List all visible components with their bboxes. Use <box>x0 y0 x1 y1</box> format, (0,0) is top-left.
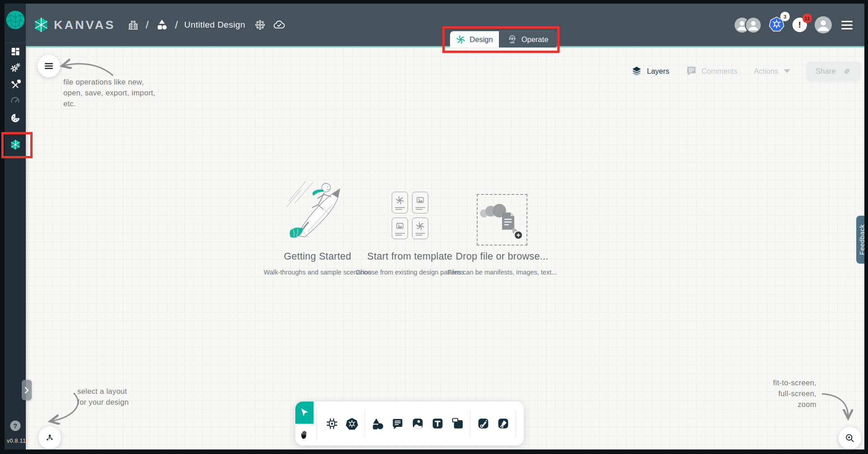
template-tile-image <box>392 218 408 239</box>
layers-icon <box>631 66 642 77</box>
breadcrumb-separator: / <box>146 19 149 31</box>
design-name[interactable]: Untitled Design <box>184 20 245 30</box>
toolbar-help-button[interactable]: ? <box>521 416 524 431</box>
user-avatar[interactable] <box>815 16 832 33</box>
actions-caret-icon[interactable] <box>784 69 790 73</box>
breadcrumb: / / Untitled Design <box>127 18 286 32</box>
template-title: Start from template <box>367 251 453 262</box>
help-button[interactable]: ? <box>10 421 20 431</box>
rocket-illustration <box>280 178 356 246</box>
kubernetes-tool[interactable] <box>344 416 360 431</box>
drop-file-card[interactable]: Drop file or browse... Files can be mani… <box>462 178 542 276</box>
select-tool-group <box>295 402 313 445</box>
canvas-topbar: Layers Comments Actions Share <box>631 61 861 81</box>
collaborator-avatars[interactable] <box>735 18 761 33</box>
template-tile-design <box>392 192 408 213</box>
actions-dropdown[interactable]: Actions <box>754 67 778 76</box>
kanvas-brand[interactable]: KANVAS <box>33 17 115 33</box>
sidebar-item-toolbox[interactable] <box>9 79 22 91</box>
media-tool[interactable] <box>410 416 425 431</box>
annotation-select-layout: select a layout for your design <box>77 386 129 407</box>
pan-hand-tool[interactable] <box>295 424 313 446</box>
header-right: 3 ! 11 <box>735 16 857 34</box>
drop-subtitle: Files can be manifests, images, text... <box>447 269 557 276</box>
mesh-sphere-icon <box>10 113 21 123</box>
template-tile-design <box>412 218 428 239</box>
shapes-tool[interactable] <box>370 416 385 431</box>
notification-count-badge: 11 <box>802 14 812 23</box>
help-label: ? <box>13 422 17 430</box>
layers-label: Layers <box>647 67 669 76</box>
tab-design-label: Design <box>470 35 493 44</box>
actions-label: Actions <box>754 67 778 76</box>
organization-icon[interactable] <box>127 19 139 31</box>
operator-headset-icon <box>507 34 517 45</box>
onboarding-cards: Getting Started Walk-throughs and sample… <box>277 178 542 276</box>
drop-title: Drop file or browse... <box>456 251 549 262</box>
start-from-template-card[interactable]: Start from template Choose from existing… <box>370 178 450 276</box>
pen-tool[interactable] <box>475 416 491 431</box>
design-canvas[interactable]: file operations like new, open, save, ex… <box>26 47 864 449</box>
layout-selector-button[interactable] <box>38 426 61 449</box>
design-config-icon[interactable] <box>254 19 266 31</box>
tool-buttons: ? <box>319 402 524 445</box>
template-tile-image <box>412 192 428 213</box>
share-label: Share <box>816 67 836 76</box>
menu-button[interactable] <box>840 19 854 31</box>
cloud-save-icon[interactable] <box>272 18 286 32</box>
graph-layout-icon <box>45 433 55 443</box>
getting-started-subtitle: Walk-throughs and sample scenarios <box>264 269 371 276</box>
mode-toggle: Design Operate <box>450 31 556 47</box>
dock-toolbar: ? <box>295 402 524 445</box>
avatar <box>746 18 761 33</box>
component-tool[interactable] <box>324 416 340 431</box>
sidebar-item-performance[interactable] <box>9 94 22 107</box>
file-dropzone[interactable] <box>477 194 527 246</box>
sidebar-item-settings[interactable] <box>9 61 22 74</box>
share-button[interactable]: Share <box>806 61 861 81</box>
sidebar-expand-button[interactable] <box>22 380 32 400</box>
note-tool[interactable] <box>450 416 465 431</box>
share-link-icon <box>842 66 852 76</box>
speedometer-icon <box>10 95 20 106</box>
sidebar-item-catalog[interactable] <box>9 112 22 124</box>
getting-started-card[interactable]: Getting Started Walk-throughs and sample… <box>277 178 358 276</box>
feedback-tab[interactable]: Feedback <box>856 216 864 264</box>
hamburger-menu-icon <box>43 61 54 71</box>
app-version: v0.8.113 <box>7 438 29 444</box>
kanvas-hexagon-icon <box>9 139 21 151</box>
zoom-controls-button[interactable] <box>839 427 861 449</box>
comments-label: Comments <box>702 67 738 76</box>
sidebar-item-dashboard[interactable] <box>9 45 22 58</box>
breadcrumb-separator: / <box>175 19 178 31</box>
kanvas-app: ? v0.8.113 KANVAS <box>0 0 868 454</box>
tab-design[interactable]: Design <box>450 31 499 47</box>
kubernetes-context-button[interactable]: 3 <box>768 16 785 34</box>
tools-icon <box>10 80 21 90</box>
tab-operate[interactable]: Operate <box>499 31 556 47</box>
design-spiral-icon <box>456 35 465 44</box>
meshery-logo[interactable] <box>5 10 25 32</box>
notifications-button[interactable]: ! 11 <box>792 18 807 32</box>
workspace-icon[interactable] <box>155 18 169 32</box>
feedback-label: Feedback <box>859 224 864 255</box>
dropzone-illustration <box>477 178 527 246</box>
chevron-right-icon <box>24 387 29 394</box>
left-sidebar: ? v0.8.113 <box>5 4 26 449</box>
sketch-tool[interactable] <box>495 416 511 431</box>
layers-button[interactable]: Layers <box>631 66 669 77</box>
file-operations-menu-button[interactable] <box>38 55 60 77</box>
comment-tool[interactable] <box>390 416 405 431</box>
cluster-count-badge: 3 <box>780 12 790 21</box>
kanvas-logo-text: KANVAS <box>54 18 115 32</box>
sidebar-item-kanvas[interactable] <box>9 138 22 151</box>
select-arrow-tool[interactable] <box>295 402 313 424</box>
app-header: KANVAS / / Untit <box>26 4 864 47</box>
hand-icon <box>299 430 309 440</box>
text-tool[interactable] <box>430 416 445 431</box>
comments-button[interactable]: Comments <box>686 66 738 77</box>
upload-cloud-doc-icon <box>479 197 526 242</box>
main-area: KANVAS / / Untit <box>26 4 864 449</box>
template-tiles <box>392 178 428 246</box>
gears-icon <box>10 62 21 73</box>
